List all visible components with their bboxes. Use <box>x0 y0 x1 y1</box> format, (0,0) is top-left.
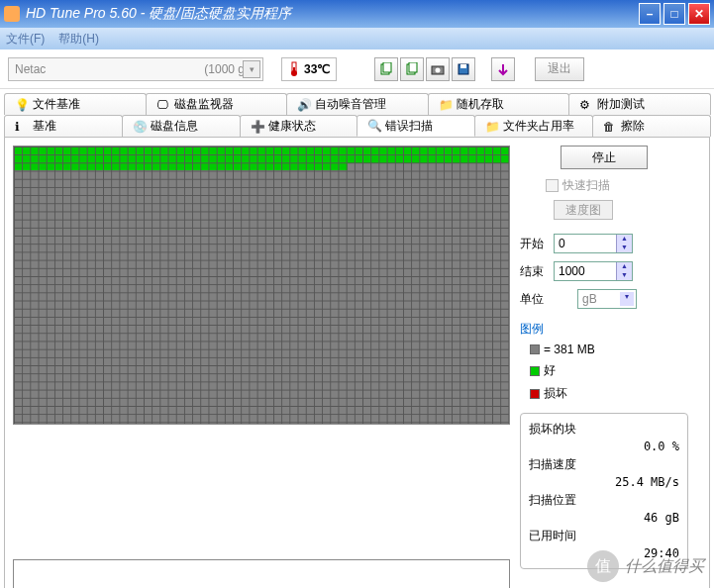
svg-rect-6 <box>409 62 417 72</box>
menubar: 文件(F) 帮助(H) <box>0 28 714 49</box>
start-input[interactable]: 0 ▲▼ <box>554 234 633 253</box>
gray-square-icon <box>530 344 540 354</box>
svg-rect-10 <box>460 64 466 68</box>
red-square-icon <box>530 389 540 399</box>
menu-file[interactable]: 文件(F) <box>6 31 45 48</box>
svg-rect-2 <box>293 67 295 73</box>
titlebar: HD Tune Pro 5.60 - 硬盘/固态硬盘实用程序 – □ ✕ <box>0 0 714 28</box>
green-square-icon <box>530 366 540 376</box>
options-button[interactable] <box>491 57 515 81</box>
close-button[interactable]: ✕ <box>688 3 710 25</box>
tab-row-2: ℹ基准 💿磁盘信息 ➕健康状态 🔍错误扫描 📁文件夹占用率 🗑擦除 <box>4 115 710 137</box>
quick-scan-row: 快速扫描 <box>520 177 688 194</box>
speaker-icon: 🔊 <box>297 98 311 112</box>
tab-aam[interactable]: 🔊自动噪音管理 <box>286 93 429 115</box>
temperature-display: 33℃ <box>281 57 337 81</box>
legend-title: 图例 <box>520 321 688 338</box>
tab-erase[interactable]: 🗑擦除 <box>592 115 711 137</box>
watermark-badge: 值 <box>587 550 619 582</box>
stat-speed-label: 扫描速度 <box>529 455 679 473</box>
tab-file-benchmark[interactable]: 💡文件基准 <box>4 93 147 115</box>
unit-label: 单位 <box>520 291 550 308</box>
screenshot-button[interactable] <box>426 57 450 81</box>
speedmap-button[interactable]: 速度图 <box>554 200 613 220</box>
quick-scan-checkbox[interactable] <box>546 179 559 192</box>
bulb-icon: 💡 <box>15 98 29 112</box>
maximize-button[interactable]: □ <box>663 3 685 25</box>
end-label: 结束 <box>520 263 550 280</box>
unit-row: 单位 gB ▾ <box>520 289 688 309</box>
stat-bad-value: 0.0 % <box>529 438 679 455</box>
toolbar: Netac (1000 gB) ▾ 33℃ 退出 <box>0 49 714 89</box>
copy-info-button[interactable] <box>374 57 398 81</box>
right-column: 停止 快速扫描 速度图 开始 0 ▲▼ 结束 1000 ▲▼ 单位 gB ▾ <box>520 146 688 588</box>
tabs: 💡文件基准 🖵磁盘监视器 🔊自动噪音管理 📁随机存取 ⚙附加测试 ℹ基准 💿磁盘… <box>0 89 714 137</box>
tab-extra-tests[interactable]: ⚙附加测试 <box>568 93 711 115</box>
watermark: 值 什么值得买 <box>587 550 704 582</box>
scanned-blocks-partial <box>14 162 348 170</box>
tab-row-1: 💡文件基准 🖵磁盘监视器 🔊自动噪音管理 📁随机存取 ⚙附加测试 <box>4 93 710 115</box>
scan-grid <box>13 146 510 425</box>
end-input[interactable]: 1000 ▲▼ <box>554 261 633 281</box>
health-icon: ➕ <box>251 120 264 134</box>
folder-icon: 📁 <box>439 98 453 112</box>
tab-folder-usage[interactable]: 📁文件夹占用率 <box>474 115 593 137</box>
device-selector[interactable]: Netac (1000 gB) ▾ <box>8 57 263 81</box>
content-panel: 停止 快速扫描 速度图 开始 0 ▲▼ 结束 1000 ▲▼ 单位 gB ▾ <box>4 137 710 588</box>
trash-icon: 🗑 <box>603 120 617 134</box>
legend-bad: 损坏 <box>530 385 688 402</box>
start-row: 开始 0 ▲▼ <box>520 234 688 253</box>
device-name: Netac <box>15 62 204 76</box>
window-title: HD Tune Pro 5.60 - 硬盘/固态硬盘实用程序 <box>26 5 639 23</box>
search-icon: 🔍 <box>367 119 381 133</box>
scanned-blocks <box>14 147 509 163</box>
monitor-icon: 🖵 <box>156 98 170 112</box>
window-controls: – □ ✕ <box>639 3 710 25</box>
tab-random-access[interactable]: 📁随机存取 <box>428 93 570 115</box>
tool-buttons <box>374 57 475 81</box>
stat-time-label: 已用时间 <box>529 527 679 544</box>
end-row: 结束 1000 ▲▼ <box>520 261 688 281</box>
svg-rect-4 <box>383 62 391 72</box>
tab-error-scan[interactable]: 🔍错误扫描 <box>357 115 475 137</box>
exit-button[interactable]: 退出 <box>535 57 584 81</box>
minimize-button[interactable]: – <box>639 3 661 25</box>
stop-button[interactable]: 停止 <box>561 146 648 169</box>
folder-icon: 📁 <box>485 120 499 134</box>
stat-speed-value: 25.4 MB/s <box>529 473 679 491</box>
log-box <box>13 559 510 588</box>
chevron-down-icon: ▾ <box>620 292 634 306</box>
left-column <box>13 146 512 588</box>
stat-pos-value: 46 gB <box>529 509 679 527</box>
copy-screenshot-button[interactable] <box>400 57 424 81</box>
tab-benchmark[interactable]: ℹ基准 <box>4 115 123 137</box>
temperature-value: 33℃ <box>304 62 330 76</box>
info-icon: ℹ <box>15 120 29 134</box>
svg-point-8 <box>436 67 441 72</box>
watermark-text: 什么值得买 <box>625 556 704 577</box>
stat-pos-label: 扫描位置 <box>529 491 679 509</box>
thermometer-icon <box>288 61 300 77</box>
menu-help[interactable]: 帮助(H) <box>58 31 99 48</box>
stats-box: 损坏的块 0.0 % 扫描速度 25.4 MB/s 扫描位置 46 gB 已用时… <box>520 413 688 569</box>
start-label: 开始 <box>520 236 550 252</box>
spinner-icon[interactable]: ▲▼ <box>616 235 632 252</box>
legend-good: 好 <box>530 362 688 379</box>
chevron-down-icon: ▾ <box>243 60 260 78</box>
stat-bad-label: 损坏的块 <box>529 420 679 438</box>
tab-health[interactable]: ➕健康状态 <box>240 115 358 137</box>
save-button[interactable] <box>452 57 475 81</box>
tab-disk-monitor[interactable]: 🖵磁盘监视器 <box>146 93 288 115</box>
app-icon <box>4 6 20 22</box>
quick-scan-label: 快速扫描 <box>562 177 610 194</box>
legend-block: = 381 MB <box>530 343 688 356</box>
gear-icon: ⚙ <box>579 98 593 112</box>
spinner-icon[interactable]: ▲▼ <box>616 262 632 280</box>
disk-icon: 💿 <box>133 120 147 134</box>
unit-selector[interactable]: gB ▾ <box>577 289 637 309</box>
tab-info[interactable]: 💿磁盘信息 <box>122 115 241 137</box>
